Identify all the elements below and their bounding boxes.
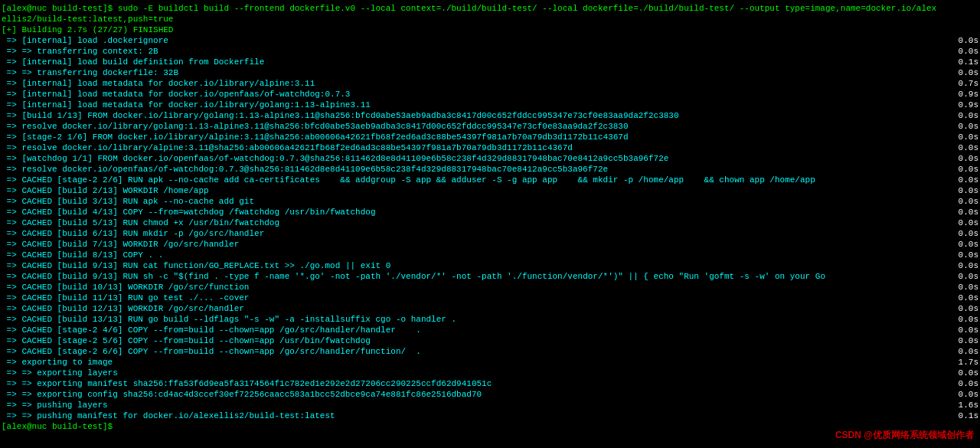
time-stamp: 0.0s bbox=[959, 153, 978, 164]
terminal-line: => [stage-2 1/6] FROM docker.io/library/… bbox=[2, 132, 978, 142]
terminal-line: => CACHED [build 9/13] RUN sh -c "$(find… bbox=[2, 271, 978, 282]
time-stamp: 0.0s bbox=[959, 110, 978, 121]
terminal-line: => CACHED [build 8/13] COPY . . 0.0s bbox=[2, 250, 978, 260]
time-stamp: 0.0s bbox=[959, 260, 978, 271]
time-stamp: 0.0s bbox=[959, 368, 978, 378]
terminal-line: => [internal] load metadata for docker.i… bbox=[2, 100, 978, 110]
terminal-line: => => exporting layers 0.0s bbox=[2, 368, 978, 378]
time-stamp: 1.6s bbox=[959, 400, 978, 410]
time-stamp: 0.1s bbox=[959, 410, 978, 421]
terminal-line: => CACHED [build 12/13] WORKDIR /go/src/… bbox=[2, 303, 978, 314]
time-stamp: 0.0s bbox=[959, 325, 978, 335]
time-stamp: 0.0s bbox=[959, 250, 978, 260]
time-stamp: 0.0s bbox=[959, 228, 978, 239]
time-stamp: 0.0s bbox=[959, 35, 978, 46]
watermark: CSDN @优质网络系统领域创作者 bbox=[835, 429, 974, 442]
time-stamp: 0.0s bbox=[959, 389, 978, 400]
terminal-line: => CACHED [build 5/13] RUN chmod +x /usr… bbox=[2, 217, 978, 228]
terminal-line: => => transferring dockerfile: 32B 0.0s bbox=[2, 67, 978, 78]
time-stamp: 0.0s bbox=[959, 185, 978, 196]
terminal-line: => resolve docker.io/openfaas/of-watchdo… bbox=[2, 164, 978, 175]
terminal-line: => CACHED [stage-2 5/6] COPY --from=buil… bbox=[2, 335, 978, 346]
time-stamp: 0.0s bbox=[959, 282, 978, 293]
terminal-line: => CACHED [build 11/13] RUN go test ./..… bbox=[2, 293, 978, 303]
terminal-line: => CACHED [stage-2 2/6] RUN apk --no-cac… bbox=[2, 175, 978, 185]
terminal-line: [alex@nuc build-test]$ sudo -E buildctl … bbox=[2, 3, 978, 14]
terminal-line: => resolve docker.io/library/golang:1.13… bbox=[2, 121, 978, 132]
terminal-line: => [internal] load .dockerignore 0.0s bbox=[2, 35, 978, 46]
time-stamp: 1.7s bbox=[959, 357, 978, 368]
terminal-line: ellis2/build-test:latest,push=true bbox=[2, 14, 978, 25]
time-stamp: 0.9s bbox=[959, 89, 978, 100]
time-stamp: 0.0s bbox=[959, 335, 978, 346]
terminal-line: => [internal] load metadata for docker.i… bbox=[2, 89, 978, 100]
time-stamp: 0.0s bbox=[959, 346, 978, 357]
time-stamp: 0.9s bbox=[959, 100, 978, 110]
time-stamp: 0.0s bbox=[959, 217, 978, 228]
time-stamp: 0.0s bbox=[959, 164, 978, 175]
terminal-line: => CACHED [build 10/13] WORKDIR /go/src/… bbox=[2, 282, 978, 293]
terminal-window: [alex@nuc build-test]$ sudo -E buildctl … bbox=[0, 0, 980, 448]
time-stamp: 0.0s bbox=[959, 293, 978, 303]
terminal-line: => => exporting config sha256:cd4ac4d3cc… bbox=[2, 389, 978, 400]
time-stamp: 0.0s bbox=[959, 196, 978, 207]
time-stamp: 0.0s bbox=[959, 271, 978, 282]
time-stamp: 0.0s bbox=[959, 175, 978, 185]
terminal-line: => CACHED [build 3/13] RUN apk --no-cach… bbox=[2, 196, 978, 207]
terminal-line: => resolve docker.io/library/alpine:3.11… bbox=[2, 142, 978, 153]
terminal-line: => => transferring context: 2B 0.0s bbox=[2, 46, 978, 57]
time-stamp: 0.0s bbox=[959, 67, 978, 78]
terminal-line: => CACHED [build 6/13] RUN mkdir -p /go/… bbox=[2, 228, 978, 239]
terminal-line: => => pushing layers 1.6s bbox=[2, 400, 978, 410]
terminal-line: => [internal] load build definition from… bbox=[2, 57, 978, 67]
time-stamp: 0.0s bbox=[959, 121, 978, 132]
terminal-line: => CACHED [stage-2 4/6] COPY --from=buil… bbox=[2, 325, 978, 335]
time-stamp: 0.0s bbox=[959, 314, 978, 325]
terminal-line: => => exporting manifest sha256:ffa53f6d… bbox=[2, 378, 978, 389]
terminal-line: => CACHED [stage-2 6/6] COPY --from=buil… bbox=[2, 346, 978, 357]
time-stamp: 0.0s bbox=[959, 132, 978, 142]
terminal-line: [+] Building 2.7s (27/27) FINISHED bbox=[2, 25, 978, 35]
terminal-line: => [build 1/13] FROM docker.io/library/g… bbox=[2, 110, 978, 121]
terminal-line: => CACHED [build 9/13] RUN cat function/… bbox=[2, 260, 978, 271]
terminal-line: => CACHED [build 4/13] COPY --from=watch… bbox=[2, 207, 978, 217]
time-stamp: 0.0s bbox=[959, 378, 978, 389]
time-stamp: 0.0s bbox=[959, 46, 978, 57]
terminal-line: => CACHED [build 2/13] WORKDIR /home/app… bbox=[2, 185, 978, 196]
time-stamp: 0.0s bbox=[959, 142, 978, 153]
terminal-line: => => pushing manifest for docker.io/ale… bbox=[2, 410, 978, 421]
time-stamp: 0.0s bbox=[959, 239, 978, 250]
terminal-line: => CACHED [build 7/13] WORKDIR /go/src/h… bbox=[2, 239, 978, 250]
terminal-line: => CACHED [build 13/13] RUN go build --l… bbox=[2, 314, 978, 325]
time-stamp: 0.0s bbox=[959, 207, 978, 217]
time-stamp: 0.0s bbox=[959, 303, 978, 314]
time-stamp: 0.1s bbox=[959, 57, 978, 67]
terminal-line: => [watchdog 1/1] FROM docker.io/openfaa… bbox=[2, 153, 978, 164]
terminal-line: => exporting to image 1.7s bbox=[2, 357, 978, 368]
time-stamp: 0.7s bbox=[959, 78, 978, 89]
terminal-line: => [internal] load metadata for docker.i… bbox=[2, 78, 978, 89]
terminal-line: [alex@nuc build-test]$ bbox=[2, 421, 978, 432]
